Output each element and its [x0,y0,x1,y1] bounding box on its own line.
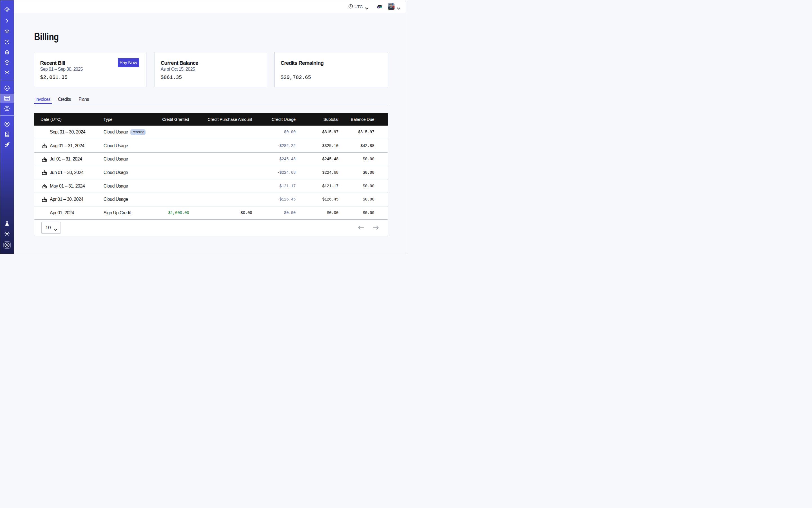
svg-text:$: $ [6,243,8,247]
